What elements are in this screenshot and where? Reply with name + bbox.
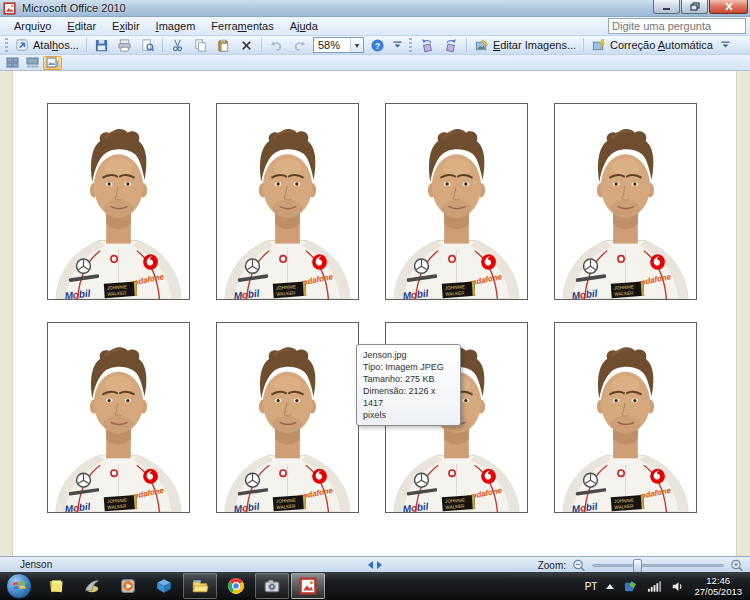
- pane-toggle-arrows[interactable]: [368, 561, 382, 569]
- taskbar-item-media-player[interactable]: [111, 573, 145, 599]
- zoom-control: Zoom:: [538, 557, 744, 573]
- tooltip-filename: Jenson.jpg: [363, 349, 454, 361]
- print-preview-icon: [140, 38, 155, 53]
- photo-thumbnail[interactable]: [385, 103, 528, 300]
- minimize-button[interactable]: [653, 0, 680, 14]
- menu-ferramentas[interactable]: Ferramentas: [203, 18, 281, 34]
- status-bar: Jenson Zoom:: [0, 556, 750, 572]
- shortcuts-icon: [15, 38, 30, 53]
- zoom-combobox[interactable]: 58% ▼: [313, 37, 364, 53]
- file-info-tooltip: Jenson.jpg Tipo: Imagem JPEG Tamanho: 27…: [356, 344, 461, 426]
- save-button[interactable]: [90, 37, 113, 54]
- zoom-slider-thumb[interactable]: [633, 559, 642, 573]
- windows-taskbar: PT 12:46 27/05/2013: [0, 572, 750, 600]
- zoom-label: Zoom:: [538, 560, 566, 571]
- tray-app-icon[interactable]: [623, 579, 638, 594]
- media-player-icon: [119, 577, 137, 595]
- taskbar-item-windows-explorer[interactable]: [183, 573, 217, 599]
- start-button[interactable]: [6, 573, 32, 599]
- autocorrect-button[interactable]: Correção Automática: [587, 37, 717, 54]
- cut-button[interactable]: [166, 37, 189, 54]
- ask-question-input[interactable]: [609, 20, 750, 32]
- taskbar-item-scan-utility[interactable]: [75, 573, 109, 599]
- rotate-left-icon: [419, 38, 435, 53]
- filmstrip-view-icon: [26, 57, 39, 68]
- help-button[interactable]: ?: [366, 37, 389, 54]
- network-icon[interactable]: [647, 580, 662, 593]
- print-button[interactable]: [113, 37, 136, 54]
- picture-manager-icon: [299, 577, 317, 595]
- google-chrome-icon: [227, 577, 245, 595]
- volume-icon[interactable]: [671, 580, 685, 593]
- document-canvas: [0, 71, 750, 556]
- dropbox-icon: [155, 577, 173, 595]
- show-hidden-icons-button[interactable]: [606, 584, 614, 589]
- photo-thumbnail[interactable]: [554, 103, 697, 300]
- language-indicator[interactable]: PT: [585, 581, 598, 592]
- windows-logo-icon: [11, 578, 27, 594]
- copy-button[interactable]: [189, 37, 212, 54]
- system-tray: PT 12:46 27/05/2013: [585, 572, 750, 600]
- chevron-left-icon[interactable]: [368, 561, 373, 569]
- zoom-out-icon[interactable]: [572, 559, 586, 572]
- scan-utility-icon: [83, 577, 101, 595]
- taskbar-item-screenshot-tool[interactable]: [255, 573, 289, 599]
- picture-manager-icon: [3, 2, 16, 15]
- chevron-down-icon[interactable]: ▼: [350, 38, 363, 52]
- print-preview-button[interactable]: [136, 37, 159, 54]
- toolbar-options-chevron[interactable]: [393, 41, 402, 49]
- photo-row-1: [47, 103, 697, 300]
- thumbnail-view-button[interactable]: [3, 56, 22, 70]
- menu-editar[interactable]: Editar: [59, 18, 104, 34]
- menu-arquivo[interactable]: Arquivo: [6, 18, 59, 34]
- print-icon: [117, 38, 132, 53]
- restore-button[interactable]: [681, 0, 708, 14]
- page-margin-left: [0, 71, 13, 556]
- chevron-down-icon: [721, 41, 730, 49]
- window-title: Microsoft Office 2010: [22, 2, 126, 14]
- close-icon: [724, 2, 734, 11]
- single-image-view-button[interactable]: [43, 56, 62, 70]
- taskbar-item-google-chrome[interactable]: [219, 573, 253, 599]
- cut-icon: [170, 38, 185, 53]
- photo-thumbnail[interactable]: [47, 322, 190, 513]
- shortcuts-button[interactable]: Atalhos...: [11, 37, 83, 54]
- photo-thumbnail[interactable]: [216, 322, 359, 513]
- rotate-left-button[interactable]: [415, 37, 439, 54]
- taskbar-item-sticky-notes[interactable]: [39, 573, 73, 599]
- menu-ajuda[interactable]: Ajuda: [282, 18, 326, 34]
- zoom-in-icon[interactable]: [730, 559, 744, 572]
- separator: [583, 38, 584, 52]
- rotate-right-button[interactable]: [439, 37, 463, 54]
- ask-question-box[interactable]: ▼: [608, 18, 746, 34]
- standard-toolbar: Atalhos...: [0, 36, 750, 55]
- clock-date: 27/05/2013: [694, 586, 742, 597]
- close-button[interactable]: [709, 0, 748, 14]
- sticky-notes-icon: [47, 577, 65, 595]
- paste-button[interactable]: [212, 37, 235, 54]
- thumbnail-view-icon: [6, 57, 19, 68]
- toolbar-options-chevron[interactable]: [721, 41, 730, 49]
- zoom-slider[interactable]: [592, 564, 724, 567]
- tooltip-dimension-2: pixels: [363, 409, 454, 421]
- edit-images-button[interactable]: Editar Imagens...: [470, 37, 580, 54]
- taskbar-item-dropbox[interactable]: [147, 573, 181, 599]
- photo-thumbnail[interactable]: [47, 103, 190, 300]
- toolbar-grip[interactable]: [5, 38, 8, 52]
- separator: [86, 38, 87, 52]
- clock[interactable]: 12:46 27/05/2013: [694, 575, 742, 597]
- delete-button[interactable]: [235, 37, 258, 54]
- svg-text:?: ?: [375, 40, 380, 50]
- photo-thumbnail[interactable]: [554, 322, 697, 513]
- menu-imagem[interactable]: Imagem: [148, 18, 204, 34]
- photo-thumbnail[interactable]: [216, 103, 359, 300]
- undo-button[interactable]: [265, 37, 288, 54]
- redo-button[interactable]: [288, 37, 311, 54]
- menu-bar: Arquivo Editar Exibir Imagem Ferramentas…: [0, 17, 750, 36]
- menu-exibir[interactable]: Exibir: [104, 18, 148, 34]
- separator: [261, 38, 262, 52]
- taskbar-item-picture-manager[interactable]: [291, 573, 325, 599]
- filmstrip-view-button[interactable]: [23, 56, 42, 70]
- chevron-right-icon[interactable]: [377, 561, 382, 569]
- toolbar-grip[interactable]: [409, 38, 412, 52]
